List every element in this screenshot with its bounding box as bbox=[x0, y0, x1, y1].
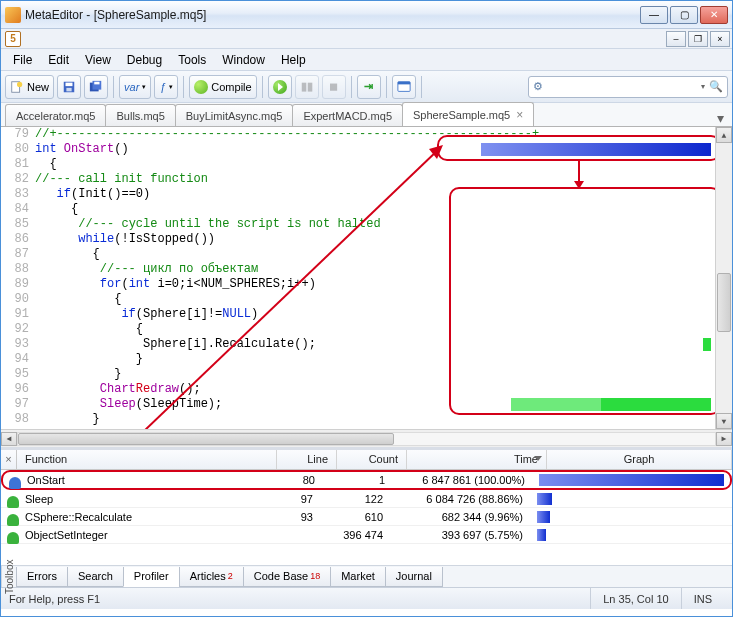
new-button[interactable]: New bbox=[5, 75, 54, 99]
menubar: FileEditViewDebugToolsWindowHelp bbox=[1, 49, 732, 71]
code-line[interactable]: 95 } bbox=[1, 367, 732, 382]
separator bbox=[262, 76, 263, 98]
profiler-row[interactable]: OnStart8016 847 861 (100.00%) bbox=[1, 470, 732, 490]
scroll-thumb[interactable] bbox=[717, 273, 731, 332]
menu-help[interactable]: Help bbox=[273, 51, 314, 69]
badge: 2 bbox=[228, 571, 233, 581]
svg-point-1 bbox=[17, 81, 22, 86]
bottom-tab-profiler[interactable]: Profiler bbox=[123, 567, 180, 587]
menu-view[interactable]: View bbox=[77, 51, 119, 69]
code-line[interactable]: 85 //--- cycle until the script is not h… bbox=[1, 217, 732, 232]
scroll-track[interactable] bbox=[716, 143, 732, 413]
compile-button[interactable]: Compile bbox=[189, 75, 256, 99]
bottom-tab-errors[interactable]: Errors bbox=[16, 567, 68, 587]
bottom-tab-search[interactable]: Search bbox=[67, 567, 124, 587]
scroll-track[interactable] bbox=[17, 432, 716, 446]
toolbox-panel: × Function Line Count Time Graph OnStart… bbox=[1, 447, 732, 587]
scroll-left-button[interactable]: ◀ bbox=[1, 432, 17, 446]
menu-tools[interactable]: Tools bbox=[170, 51, 214, 69]
column-graph[interactable]: Graph bbox=[547, 450, 732, 469]
line-number: 86 bbox=[1, 232, 35, 247]
minimize-button[interactable]: — bbox=[640, 6, 668, 24]
tab-close-icon[interactable]: × bbox=[516, 108, 523, 122]
code-line[interactable]: 91 if(Sphere[i]!=NULL) bbox=[1, 307, 732, 322]
menu-file[interactable]: File bbox=[5, 51, 40, 69]
search-box[interactable]: ⚙ ▾ 🔍 bbox=[528, 76, 728, 98]
line-number: 96 bbox=[1, 382, 35, 397]
code-line[interactable]: 87 { bbox=[1, 247, 732, 262]
function-icon: ƒ bbox=[160, 81, 166, 93]
search-input[interactable] bbox=[547, 81, 701, 93]
file-tab[interactable]: SphereSample.mq5× bbox=[402, 102, 534, 126]
profiler-row[interactable]: CSphere::Recalculate93610682 344 (9.96%) bbox=[1, 508, 732, 526]
line-content: if(Init()==0) bbox=[35, 187, 732, 202]
file-tab[interactable]: Accelerator.mq5 bbox=[5, 104, 106, 126]
menu-edit[interactable]: Edit bbox=[40, 51, 77, 69]
file-tab[interactable]: Bulls.mq5 bbox=[105, 104, 175, 126]
code-line[interactable]: 82//--- call init function bbox=[1, 172, 732, 187]
file-tab-label: BuyLimitAsync.mq5 bbox=[186, 110, 283, 122]
code-line[interactable]: 88 //--- цикл по объектам bbox=[1, 262, 732, 277]
run-button[interactable] bbox=[268, 75, 292, 99]
file-tab[interactable]: ExpertMACD.mq5 bbox=[292, 104, 403, 126]
code-editor[interactable]: 79//+-----------------------------------… bbox=[1, 127, 732, 447]
menu-debug[interactable]: Debug bbox=[119, 51, 170, 69]
search-dropdown-icon[interactable]: ▾ bbox=[701, 82, 705, 91]
row-icon bbox=[7, 496, 19, 508]
scroll-thumb[interactable] bbox=[18, 433, 394, 445]
stop-icon: ◼ bbox=[329, 80, 338, 93]
file-tab[interactable]: BuyLimitAsync.mq5 bbox=[175, 104, 294, 126]
bottom-tab-label: Profiler bbox=[134, 570, 169, 582]
vertical-scrollbar[interactable]: ▲ ▼ bbox=[715, 127, 732, 429]
code-line[interactable]: 96 ChartRedraw(); bbox=[1, 382, 732, 397]
line-number: 92 bbox=[1, 322, 35, 337]
column-function[interactable]: Function bbox=[17, 450, 277, 469]
bottom-tab-journal[interactable]: Journal bbox=[385, 567, 443, 587]
search-icon[interactable]: 🔍 bbox=[709, 80, 723, 93]
column-count[interactable]: Count bbox=[337, 450, 407, 469]
bottom-tab-articles[interactable]: Articles2 bbox=[179, 567, 244, 587]
code-line[interactable]: 86 while(!IsStopped()) bbox=[1, 232, 732, 247]
bottom-tab-code base[interactable]: Code Base18 bbox=[243, 567, 331, 587]
mdi-close-button[interactable]: × bbox=[710, 31, 730, 47]
code-line[interactable]: 79//+-----------------------------------… bbox=[1, 127, 732, 142]
scroll-down-button[interactable]: ▼ bbox=[716, 413, 732, 429]
scroll-up-button[interactable]: ▲ bbox=[716, 127, 732, 143]
close-button[interactable]: ✕ bbox=[700, 6, 728, 24]
toolbox-close-button[interactable]: × bbox=[1, 450, 17, 469]
save-button[interactable] bbox=[57, 75, 81, 99]
maximize-button[interactable]: ▢ bbox=[670, 6, 698, 24]
function-button[interactable]: ƒ▾ bbox=[154, 75, 178, 99]
save-all-button[interactable] bbox=[84, 75, 108, 99]
bottom-tab-market[interactable]: Market bbox=[330, 567, 386, 587]
row-icon bbox=[7, 514, 19, 526]
code-line[interactable]: 81 { bbox=[1, 157, 732, 172]
step-button[interactable]: ⇥ bbox=[357, 75, 381, 99]
mdi-restore-button[interactable]: ❐ bbox=[688, 31, 708, 47]
toolbox-side-label[interactable]: Toolbox bbox=[1, 566, 17, 587]
file-icon: 5 bbox=[5, 31, 21, 47]
code-line[interactable]: 93 Sphere[i].Recalculate(); bbox=[1, 337, 732, 352]
var-button[interactable]: var▾ bbox=[119, 75, 151, 99]
terminal-icon bbox=[397, 80, 411, 94]
code-line[interactable]: 92 { bbox=[1, 322, 732, 337]
code-line[interactable]: 94 } bbox=[1, 352, 732, 367]
scroll-right-button[interactable]: ▶ bbox=[716, 432, 732, 446]
code-line[interactable]: 89 for(int i=0;i<NUM_SPHERES;i++) bbox=[1, 277, 732, 292]
pause-button[interactable]: ▮▮ bbox=[295, 75, 319, 99]
menu-window[interactable]: Window bbox=[214, 51, 273, 69]
code-line[interactable]: 90 { bbox=[1, 292, 732, 307]
horizontal-scrollbar[interactable]: ◀ ▶ bbox=[1, 429, 732, 447]
column-line[interactable]: Line bbox=[277, 450, 337, 469]
terminal-button[interactable] bbox=[392, 75, 416, 99]
code-line[interactable]: 83 if(Init()==0) bbox=[1, 187, 732, 202]
profiler-row[interactable]: Sleep971226 084 726 (88.86%) bbox=[1, 490, 732, 508]
tabs-overflow-button[interactable]: ▾ bbox=[709, 110, 732, 126]
line-number: 81 bbox=[1, 157, 35, 172]
column-time[interactable]: Time bbox=[407, 450, 547, 469]
profiler-row[interactable]: ObjectSetInteger396 474393 697 (5.75%) bbox=[1, 526, 732, 544]
code-line[interactable]: 98 } bbox=[1, 412, 732, 427]
mdi-minimize-button[interactable]: – bbox=[666, 31, 686, 47]
code-line[interactable]: 84 { bbox=[1, 202, 732, 217]
stop-button[interactable]: ◼ bbox=[322, 75, 346, 99]
